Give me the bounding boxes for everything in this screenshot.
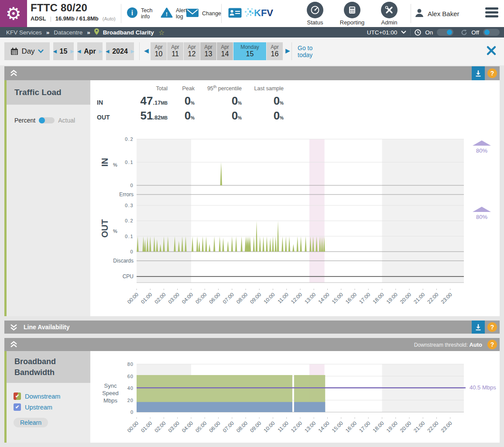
row-label: Discards — [113, 258, 134, 264]
percent-actual-toggle[interactable] — [39, 117, 55, 123]
chart-band — [137, 139, 191, 283]
app-logo-gear-icon[interactable]: ⚙ — [0, 0, 27, 27]
speed-mode: (Auto) — [103, 16, 116, 21]
dates-scroll-right-icon[interactable]: ▶ — [285, 47, 290, 54]
y-tick-label: 0.2 — [125, 136, 134, 142]
downstream-checkbox-row[interactable]: ✔ Downstream — [14, 392, 90, 400]
close-datebar-icon[interactable] — [486, 45, 497, 58]
axis-unit-label: % — [113, 229, 117, 234]
divider — [410, 29, 411, 36]
day-tab-apr-13[interactable]: Apr13 — [200, 42, 216, 60]
threshold-value: Auto — [469, 341, 482, 348]
traffic-spike — [259, 236, 261, 252]
help-button[interactable]: ? — [487, 340, 497, 349]
change-button[interactable]: Change — [186, 0, 225, 27]
downstream-checkbox[interactable]: ✔ — [14, 392, 21, 400]
stepper-prev-icon[interactable]: ◀ — [78, 49, 81, 54]
go-to-today-link[interactable]: Go to today — [298, 44, 319, 58]
traffic-spike — [285, 236, 287, 252]
out-total-value: 51.82MB — [115, 109, 168, 123]
x-tick-label: 11:00 — [276, 420, 290, 433]
y-axis-title: Speed — [102, 390, 119, 396]
tech-info-button[interactable]: i Tech info — [127, 0, 156, 27]
x-tick-label: 11:00 — [276, 291, 290, 305]
year-stepper[interactable]: ◀ 2024 ▶ — [106, 42, 134, 60]
hamburger-menu-icon[interactable] — [485, 7, 498, 19]
axis-name-label: OUT — [100, 219, 110, 238]
brand-block[interactable]: KFV — [228, 0, 283, 27]
y-tick-label: 0.1 — [125, 234, 134, 239]
gauge-icon — [307, 2, 323, 18]
clock-icon — [415, 29, 421, 36]
clock-toggle[interactable] — [437, 29, 453, 36]
month-value: Apr — [84, 48, 96, 55]
dates-scroll-left-icon[interactable]: ◀ — [144, 47, 149, 54]
upstream-checkbox[interactable]: ✔ — [14, 403, 21, 411]
stepper-prev-icon[interactable]: ◀ — [106, 49, 110, 54]
breadcrumb-datacentre[interactable]: Datacentre — [54, 29, 82, 36]
month-stepper[interactable]: ◀ Apr ▶ — [77, 42, 103, 60]
collapse-panel-icon[interactable] — [10, 69, 18, 78]
expand-panel-icon[interactable] — [10, 324, 18, 333]
nav-status-button[interactable]: Status — [302, 2, 328, 26]
upstream-area — [137, 402, 292, 412]
stepper-next-icon[interactable]: ▶ — [70, 49, 74, 54]
day-tab-apr-10[interactable]: Apr10 — [151, 42, 167, 60]
stats-header-total: Total — [115, 85, 168, 92]
user-menu[interactable]: Alex Baker — [415, 0, 459, 27]
upstream-checkbox-row[interactable]: ✔ Upstream — [14, 403, 90, 411]
traffic-spike — [315, 236, 317, 252]
refresh-toggle[interactable] — [483, 29, 500, 36]
x-tick-label: 16:00 — [344, 420, 358, 433]
day-tab-apr-12[interactable]: Apr12 — [184, 42, 200, 60]
traffic-spike — [205, 236, 207, 252]
day-stepper[interactable]: ◀ 15 ▶ — [53, 42, 74, 60]
chevron-down-icon[interactable] — [401, 31, 406, 34]
day-tab-monday-15-selected[interactable]: Monday15 — [233, 42, 266, 60]
stepper-next-icon[interactable]: ▶ — [131, 49, 134, 54]
y-axis-title: Mbps — [103, 397, 117, 404]
traffic-spike — [256, 221, 257, 252]
help-button[interactable]: ? — [487, 68, 497, 78]
day-tab-apr-11[interactable]: Apr11 — [167, 42, 183, 60]
person-icon — [415, 8, 424, 19]
traffic-spike — [305, 236, 306, 252]
x-tick-label: 12:00 — [290, 420, 303, 433]
collapse-panel-icon[interactable] — [10, 341, 18, 350]
svg-text:!: ! — [166, 11, 168, 17]
alert-icon: ! — [161, 7, 173, 20]
timezone-select[interactable]: UTC+01:00 — [367, 29, 397, 36]
traffic-spike — [149, 236, 151, 252]
in-last-value: 0% — [242, 94, 284, 108]
x-tick-label: 18:00 — [371, 420, 385, 433]
stepper-next-icon[interactable]: ▶ — [99, 49, 103, 54]
traffic-spike — [309, 236, 311, 252]
traffic-spike — [262, 236, 264, 252]
x-tick-label: 21:00 — [412, 420, 426, 433]
nav-reporting-button[interactable]: Reporting — [336, 2, 369, 26]
x-tick-label: 23:00 — [440, 291, 453, 305]
period-dropdown[interactable]: Day — [4, 42, 50, 60]
downstream-label: Downstream — [25, 393, 60, 400]
traffic-spike — [269, 238, 271, 252]
stepper-prev-icon[interactable]: ◀ — [53, 49, 57, 54]
divider: | — [50, 15, 51, 22]
download-button[interactable] — [472, 66, 485, 80]
help-button[interactable]: ? — [487, 322, 497, 332]
x-tick-label: 07:00 — [222, 420, 235, 433]
favourite-star-icon[interactable]: ☆ — [158, 28, 165, 37]
x-tick-label: 02:00 — [153, 291, 167, 305]
download-button[interactable] — [472, 321, 485, 334]
envelope-icon — [186, 8, 199, 19]
traffic-spike — [253, 236, 255, 252]
traffic-spike — [137, 236, 138, 252]
traffic-spike — [275, 236, 277, 252]
breadcrumb-kfv-services[interactable]: KFV Services — [6, 29, 42, 36]
day-tab-apr-14[interactable]: Apr14 — [217, 42, 233, 60]
divider — [291, 42, 292, 60]
y-axis-title: Sync — [104, 382, 117, 389]
traffic-spike — [167, 236, 169, 252]
day-tab-apr-16[interactable]: Apr16 — [267, 42, 283, 60]
relearn-button[interactable]: Relearn — [14, 418, 48, 427]
nav-admin-button[interactable]: Admin — [377, 2, 402, 26]
